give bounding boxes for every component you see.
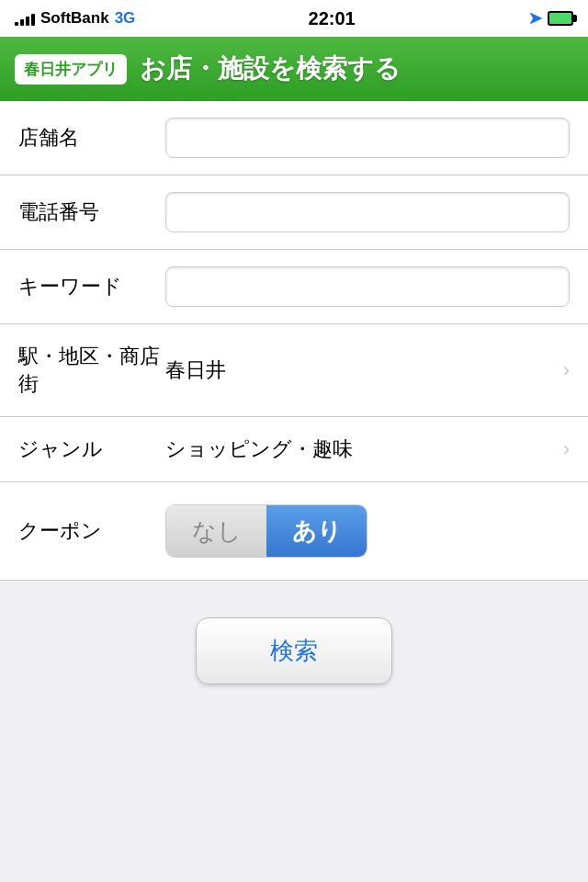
store-name-label: 店舗名 [18,124,165,152]
phone-label: 電話番号 [18,198,165,226]
coupon-on-option[interactable]: あり [266,505,367,557]
form-area: 店舗名 電話番号 キーワード 駅・地区・商店街 春日井 › ジャンル ショッピン… [0,101,588,581]
phone-input[interactable] [165,192,570,232]
genre-label: ジャンル [18,435,165,463]
search-button[interactable]: 検索 [196,617,392,684]
store-name-input[interactable] [165,118,570,158]
phone-row: 電話番号 [0,175,588,250]
keyword-row: キーワード [0,250,588,324]
signal-bars-icon [15,11,35,26]
page-title: お店・施設を検索する [140,51,401,86]
network-label: 3G [115,9,136,28]
coupon-toggle[interactable]: なし あり [165,504,368,558]
area-label: 駅・地区・商店街 [18,343,165,398]
genre-value: ショッピング・趣味 [165,435,556,463]
coupon-label: クーポン [18,517,165,545]
signal-bar-2 [20,19,24,26]
carrier-label: SoftBank [40,9,109,28]
app-badge: 春日井アプリ [15,54,127,85]
signal-bar-1 [15,22,18,26]
store-name-row: 店舗名 [0,101,588,175]
status-time: 22:01 [309,8,356,29]
coupon-off-option[interactable]: なし [166,505,266,557]
genre-row[interactable]: ジャンル ショッピング・趣味 › [0,417,588,482]
keyword-input[interactable] [165,266,570,307]
area-row[interactable]: 駅・地区・商店街 春日井 › [0,324,588,417]
status-right: ➤ [528,8,573,28]
genre-chevron-icon: › [563,437,570,461]
keyword-label: キーワード [18,273,165,300]
area-value: 春日井 [165,356,556,384]
status-left: SoftBank 3G [15,9,135,28]
coupon-row: クーポン なし あり [0,482,588,581]
header: 春日井アプリ お店・施設を検索する [0,37,588,101]
search-button-area: 検索 [0,581,588,721]
area-chevron-icon: › [563,358,570,382]
status-bar: SoftBank 3G 22:01 ➤ [0,0,588,37]
signal-bar-3 [26,17,29,26]
location-icon: ➤ [528,8,542,28]
signal-bar-4 [31,14,35,26]
battery-icon [548,11,573,26]
